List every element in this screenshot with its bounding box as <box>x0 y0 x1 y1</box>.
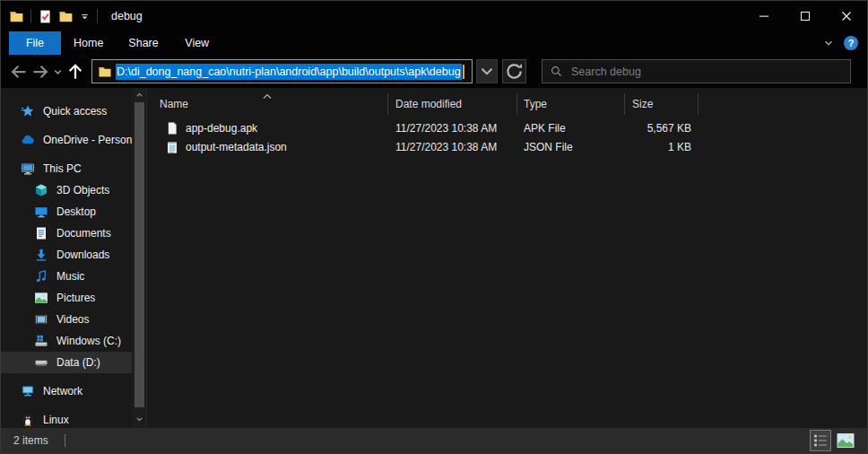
maximize-button[interactable] <box>785 1 826 31</box>
json-file-icon <box>165 140 179 154</box>
address-bar[interactable]: D:\di_dong_nang_cao\nutri-plan\android\a… <box>91 59 473 83</box>
main-area: Quick access OneDrive - Personal This PC… <box>1 88 867 428</box>
sidebar-item-network[interactable]: Network <box>1 380 132 402</box>
new-folder-icon[interactable] <box>58 9 74 24</box>
file-row-app-debug.apk[interactable]: app-debug.apk 11/27/2023 10:38 AM APK Fi… <box>147 118 867 137</box>
sidebar-item-desktop[interactable]: Desktop <box>1 201 132 223</box>
help-button[interactable]: ? <box>844 36 858 50</box>
sidebar-item-videos[interactable]: Videos <box>1 309 132 330</box>
statusbar: 2 items <box>1 428 867 453</box>
sidebar-item-this-pc[interactable]: This PC <box>1 158 132 179</box>
ribbon-tabs: File Home Share View ? <box>1 31 867 55</box>
this-pc-icon <box>21 162 35 176</box>
file-explorer-window: debug File Home Share View ? D:\di_dong_… <box>0 0 868 454</box>
tab-home[interactable]: Home <box>61 31 116 55</box>
text-cursor <box>463 65 464 79</box>
titlebar: debug <box>1 1 867 31</box>
sidebar-item-onedrive-personal[interactable]: OneDrive - Personal <box>1 129 132 151</box>
column-headers: Name Date modified Type Size <box>147 93 867 115</box>
properties-icon[interactable] <box>38 9 53 24</box>
details-view-button[interactable] <box>810 430 831 451</box>
maximize-icon <box>798 9 812 23</box>
up-button[interactable] <box>65 60 86 83</box>
sidebar-item-data-d[interactable]: Data (D:) <box>1 352 132 373</box>
music-icon <box>34 269 48 284</box>
documents-icon <box>34 226 48 240</box>
address-dropdown-button[interactable] <box>476 59 498 83</box>
minimize-button[interactable] <box>743 1 785 31</box>
forward-button[interactable] <box>30 60 51 83</box>
window-title: debug <box>111 10 143 22</box>
desktop-icon <box>34 205 48 219</box>
sidebar-item-windows-c[interactable]: Windows (C:) <box>1 330 132 352</box>
address-folder-icon <box>98 65 112 79</box>
network-icon <box>21 384 35 398</box>
onedrive-cloud-icon <box>21 133 35 147</box>
sidebar-item-pictures[interactable]: Pictures <box>1 287 132 309</box>
apk-file-icon <box>165 121 179 135</box>
file-list-area: Name Date modified Type Size app-debug.a… <box>147 88 867 428</box>
column-header-date-modified[interactable]: Date modified <box>388 93 517 115</box>
app-folder-icon <box>9 9 24 24</box>
sidebar-item-quick-access[interactable]: Quick access <box>1 100 132 122</box>
scrollbar-down-arrow-icon[interactable] <box>132 414 147 424</box>
downloads-icon <box>34 248 48 262</box>
minimize-icon <box>757 9 771 23</box>
file-rows: app-debug.apk 11/27/2023 10:38 AM APK Fi… <box>147 118 867 156</box>
navigation-sidebar: Quick access OneDrive - Personal This PC… <box>1 88 132 428</box>
tab-view[interactable]: View <box>171 31 223 55</box>
scrollbar-up-arrow-icon[interactable] <box>132 90 147 100</box>
linux-penguin-icon <box>21 413 35 427</box>
titlebar-separator <box>97 9 98 23</box>
close-icon <box>839 9 854 23</box>
search-placeholder: Search debug <box>571 65 641 78</box>
sidebar-item-linux[interactable]: Linux <box>1 409 132 428</box>
recent-locations-chevron-icon[interactable] <box>51 60 65 83</box>
videos-icon <box>34 312 48 327</box>
pictures-icon <box>34 291 48 305</box>
address-row: D:\di_dong_nang_cao\nutri-plan\android\a… <box>1 55 867 88</box>
titlebar-separator <box>30 9 31 23</box>
column-header-name[interactable]: Name <box>147 93 388 115</box>
quick-access-star-icon <box>21 104 35 118</box>
column-header-size[interactable]: Size <box>625 93 699 115</box>
close-button[interactable] <box>826 1 867 31</box>
drive-icon <box>34 355 48 370</box>
column-header-type[interactable]: Type <box>517 93 625 115</box>
scrollbar-thumb[interactable] <box>135 102 144 407</box>
search-icon <box>550 65 563 78</box>
thumbnails-view-button[interactable] <box>835 430 856 451</box>
sidebar-scrollbar[interactable] <box>132 88 147 428</box>
sidebar-item-music[interactable]: Music <box>1 266 132 287</box>
sidebar-item-downloads[interactable]: Downloads <box>1 244 132 266</box>
tab-file[interactable]: File <box>9 31 61 55</box>
drive-windows-icon <box>34 334 48 348</box>
tab-share[interactable]: Share <box>116 31 170 55</box>
3d-objects-cube-icon <box>34 183 48 197</box>
sidebar-item-documents[interactable]: Documents <box>1 223 132 244</box>
address-path-text[interactable]: D:\di_dong_nang_cao\nutri-plan\android\a… <box>116 64 462 80</box>
minimize-ribbon-chevron-icon[interactable] <box>822 37 835 49</box>
sort-ascending-icon <box>262 90 273 102</box>
sidebar-item-3d-objects[interactable]: 3D Objects <box>1 179 132 201</box>
back-button[interactable] <box>8 60 30 83</box>
customize-quick-access-toolbar-icon[interactable] <box>79 9 91 24</box>
file-row-output-metadata.json[interactable]: output-metadata.json 11/27/2023 10:38 AM… <box>147 137 867 156</box>
item-count: 2 items <box>13 434 48 447</box>
statusbar-separator <box>65 434 65 447</box>
search-box[interactable]: Search debug <box>542 59 851 83</box>
refresh-button[interactable] <box>502 59 526 83</box>
